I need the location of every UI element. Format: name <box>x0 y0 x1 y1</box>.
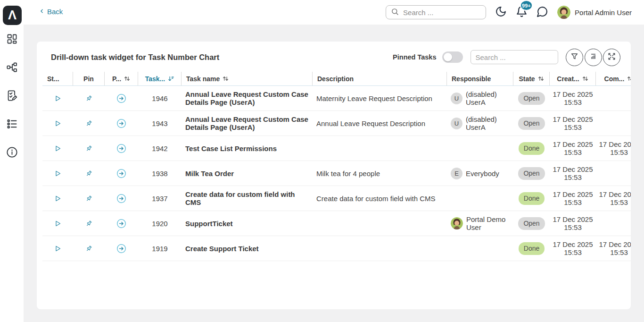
open-task-icon[interactable] <box>116 93 126 103</box>
sidebar-item-tasks[interactable] <box>4 88 20 104</box>
pin-icon[interactable] <box>85 245 93 253</box>
sort-updown-icon <box>627 76 631 82</box>
sidebar-item-info[interactable] <box>4 145 20 161</box>
dashboard-icon <box>6 33 18 47</box>
task-icon <box>6 89 18 103</box>
created-cell: 17 Dec 2025 15:53 <box>550 115 596 131</box>
chat-button[interactable] <box>537 6 548 19</box>
open-task-cell <box>105 144 138 153</box>
sidebar-item-dashboard[interactable] <box>4 32 20 48</box>
state-cell: Open <box>513 117 550 130</box>
topbar: Λ Back 99+ <box>0 0 644 25</box>
column-label: Creat... <box>557 75 579 83</box>
pin-icon[interactable] <box>85 119 93 127</box>
completed-cell: 17 Dec 2025 15:53 <box>596 240 631 256</box>
start-task-cell <box>42 94 73 102</box>
responsible-cell: U (disabled) UserA <box>447 90 513 106</box>
app-logo[interactable]: Λ <box>3 6 22 25</box>
play-icon[interactable] <box>54 144 62 153</box>
sort-desc-icon <box>168 76 174 82</box>
column-header-pin[interactable]: Pin <box>73 72 105 85</box>
widget-header: Drill-down task widget for Task Number C… <box>51 47 620 67</box>
pin-task-cell <box>73 195 105 203</box>
pin-icon[interactable] <box>85 94 93 102</box>
column-header-state[interactable]: State <box>513 72 550 85</box>
open-task-icon[interactable] <box>116 219 126 229</box>
global-search[interactable] <box>386 5 486 19</box>
task-name: Milk Tea Order <box>182 169 313 178</box>
column-header-desc[interactable]: Description <box>313 72 447 85</box>
column-header-taskname[interactable]: Task name <box>182 72 313 85</box>
open-task-icon[interactable] <box>116 169 126 178</box>
sidebar <box>0 25 24 322</box>
open-task-icon[interactable] <box>116 119 126 128</box>
created-cell: 17 Dec 2025 15:53 <box>550 140 596 156</box>
open-task-icon[interactable] <box>116 194 126 203</box>
pin-icon[interactable] <box>85 144 93 153</box>
play-icon[interactable] <box>54 94 62 102</box>
back-button[interactable]: Back <box>39 8 63 16</box>
expand-icon <box>607 52 616 62</box>
state-cell: Done <box>513 192 550 205</box>
table-body: 1946 Annual Leave Request Custom Case De… <box>42 86 631 261</box>
sidebar-item-cases[interactable] <box>4 117 20 133</box>
state-cell: Done <box>513 242 550 255</box>
chart-icon <box>589 52 598 62</box>
column-header-resp[interactable]: Responsible <box>447 72 513 85</box>
column-header-completed[interactable]: Com... <box>596 72 631 85</box>
task-number: 1919 <box>138 245 182 253</box>
user-menu[interactable]: Portal Admin User <box>557 6 632 19</box>
created-cell: 17 Dec 2025 15:53 <box>550 240 596 256</box>
column-label: St... <box>47 75 59 83</box>
state-cell: Open <box>513 167 550 180</box>
table-header-row: St... Pin P... Task... Task name Descrip… <box>42 72 631 86</box>
task-name: SupportTicket <box>182 220 313 228</box>
case-icon <box>6 118 18 132</box>
widget-search-input[interactable] <box>471 50 558 64</box>
open-task-icon[interactable] <box>116 144 126 153</box>
state-badge: Done <box>519 192 545 205</box>
sidebar-item-processes[interactable] <box>4 60 20 76</box>
global-search-input[interactable] <box>403 8 497 17</box>
pin-task-cell <box>73 169 105 178</box>
table-row: 1946 Annual Leave Request Custom Case De… <box>42 86 631 111</box>
table-row: 1937 Create data for custom field with C… <box>42 186 631 211</box>
pin-icon[interactable] <box>85 195 93 203</box>
responsible-label: (disabled) UserA <box>466 90 510 106</box>
task-description: Milk tea for 4 people <box>313 169 447 178</box>
filter-button[interactable] <box>566 49 583 66</box>
column-header-p[interactable]: P... <box>105 72 138 85</box>
chart-button[interactable] <box>585 49 602 66</box>
play-icon[interactable] <box>54 169 62 178</box>
task-number: 1942 <box>138 144 182 153</box>
open-task-icon[interactable] <box>116 244 126 254</box>
created-cell: 17 Dec 2025 15:53 <box>550 190 596 206</box>
play-icon[interactable] <box>54 245 62 253</box>
task-table: St... Pin P... Task... Task name Descrip… <box>42 72 631 261</box>
play-icon[interactable] <box>54 195 62 203</box>
expand-button[interactable] <box>603 49 620 66</box>
column-header-tasknum[interactable]: Task... <box>138 72 182 85</box>
start-task-cell <box>42 119 73 127</box>
notifications-button[interactable]: 99+ <box>516 6 528 19</box>
column-label: P... <box>112 75 121 83</box>
pinned-tasks-label: Pinned Tasks <box>393 53 436 61</box>
task-number: 1943 <box>138 119 182 127</box>
play-icon[interactable] <box>54 119 62 127</box>
table-row: 1942 Test Case List Permissions Done 17 … <box>42 136 631 161</box>
task-name: Create data for custom field with CMS <box>182 190 313 206</box>
dark-mode-toggle[interactable] <box>495 6 507 19</box>
responsible-photo-avatar <box>451 217 463 229</box>
column-header-start[interactable]: St... <box>42 72 73 85</box>
play-icon[interactable] <box>54 220 62 228</box>
info-icon <box>6 146 18 160</box>
pinned-tasks-toggle[interactable] <box>442 51 463 63</box>
sort-updown-icon <box>223 76 229 82</box>
state-badge: Open <box>518 117 545 130</box>
column-header-created[interactable]: Creat... <box>550 72 596 85</box>
completed-cell: 17 Dec 2025 15:53 <box>596 190 631 206</box>
open-task-cell <box>105 219 138 229</box>
pin-icon[interactable] <box>85 220 93 228</box>
pin-icon[interactable] <box>85 169 93 178</box>
state-badge: Open <box>518 92 545 105</box>
